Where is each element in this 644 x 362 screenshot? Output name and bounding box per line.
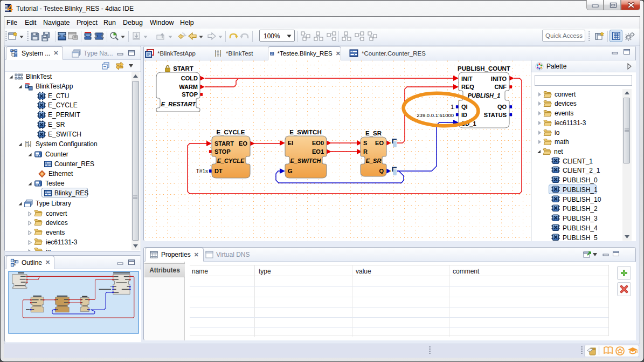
svg-text:COLD: COLD — [181, 75, 198, 81]
svg-text:INIT: INIT — [461, 76, 473, 82]
svg-text:EO1: EO1 — [312, 148, 324, 155]
svg-text:EI: EI — [288, 140, 293, 146]
svg-text:E_SWITCH: E_SWITCH — [290, 158, 322, 164]
svg-text:EO: EO — [239, 140, 247, 147]
svg-text:G: G — [288, 168, 293, 174]
svg-text:239.0.0.1:61000: 239.0.0.1:61000 — [417, 112, 454, 118]
svg-text:PUBLISH_COUNT: PUBLISH_COUNT — [458, 65, 510, 72]
svg-text:EO0: EO0 — [312, 140, 324, 146]
svg-text:START: START — [214, 140, 234, 147]
svg-text:REQ: REQ — [461, 84, 474, 90]
svg-text:R: R — [363, 148, 368, 155]
svg-text:QI: QI — [461, 104, 468, 110]
svg-text:INITO: INITO — [491, 76, 507, 82]
svg-text:E_SR: E_SR — [366, 158, 382, 164]
svg-text:EO: EO — [375, 140, 384, 146]
svg-text:E_RESTART: E_RESTART — [161, 101, 197, 107]
svg-text:PUBLISH_1: PUBLISH_1 — [468, 92, 501, 99]
svg-text:Q: Q — [379, 168, 384, 174]
svg-text:START: START — [173, 65, 193, 72]
svg-text:STOP: STOP — [214, 148, 231, 155]
svg-text:E_SR: E_SR — [365, 130, 382, 136]
svg-text:ID: ID — [461, 112, 467, 118]
svg-text:STATUS: STATUS — [484, 112, 507, 118]
svg-text:DT: DT — [214, 168, 223, 174]
svg-text:E_CYCLE: E_CYCLE — [216, 129, 245, 135]
svg-text:T#1s: T#1s — [196, 168, 208, 174]
svg-text:CNF: CNF — [494, 84, 507, 90]
svg-text:4: 4 — [8, 3, 13, 13]
svg-text:S: S — [363, 140, 367, 146]
svg-text:QO: QO — [497, 104, 507, 110]
svg-text:E_SWITCH: E_SWITCH — [289, 129, 321, 135]
svg-text:STOP: STOP — [182, 91, 198, 98]
svg-text:1: 1 — [451, 104, 454, 110]
svg-text:E_CYCLE: E_CYCLE — [217, 158, 245, 164]
svg-text:WARM: WARM — [179, 84, 198, 90]
